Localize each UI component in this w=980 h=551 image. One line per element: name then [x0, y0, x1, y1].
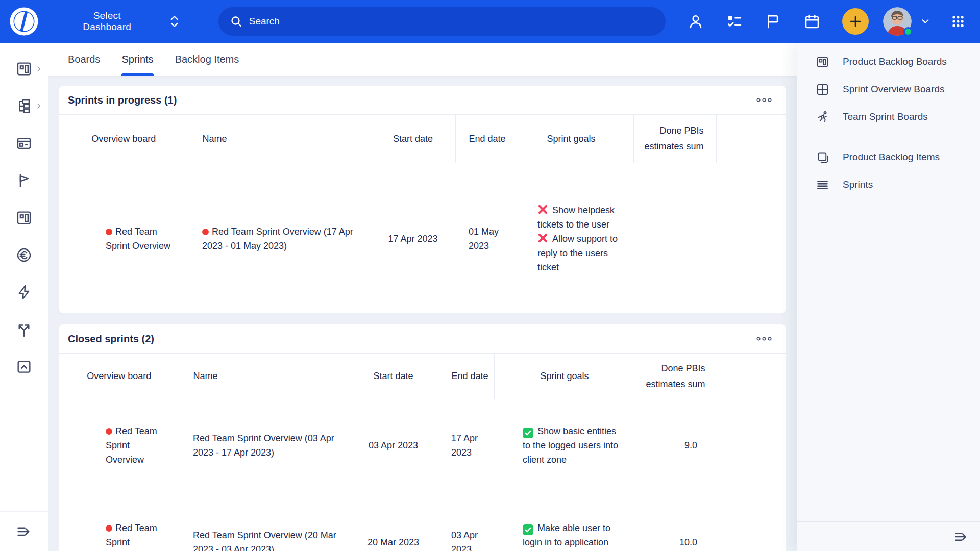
branch-split-icon: [15, 321, 33, 338]
panel-expand-button[interactable]: [942, 522, 980, 551]
tab-label: Backlog Items: [175, 54, 239, 65]
sprint-name: Red Team Sprint Overview (20 Mar 2023 - …: [193, 530, 336, 551]
flag-button[interactable]: [765, 13, 782, 30]
sidebar-item-goals[interactable]: [0, 162, 48, 199]
sprint-goal: Allow support to reply to the users tick…: [537, 232, 623, 274]
column-header: Start date: [349, 354, 438, 399]
panel-item-label: Sprint Overview Boards: [843, 84, 945, 95]
boards-icon: [15, 60, 33, 78]
search-icon: [230, 15, 243, 28]
table-header-row: Overview board Name Start date End date …: [59, 354, 786, 399]
done-sum-cell: [633, 163, 716, 314]
goal-text: Show basic entities to the logged users …: [523, 426, 618, 465]
left-sidebar: [0, 43, 48, 551]
table-header-row: Overview board Name Start date End date …: [59, 115, 786, 163]
tasks-button[interactable]: [726, 13, 743, 30]
calendar-button[interactable]: [803, 13, 821, 30]
closed-sprints-card: Closed sprints (2) Overview board Name S…: [58, 324, 787, 551]
panel-item-team-sprint-boards[interactable]: Team Sprint Boards: [797, 103, 980, 131]
sidebar-item-boards[interactable]: [0, 50, 48, 87]
chevron-right-icon: [35, 65, 42, 72]
expand-right-icon: [953, 529, 969, 545]
dashboard-selector-updown-icon: [168, 14, 180, 29]
team-color-dot: [106, 525, 112, 532]
cross-mark-icon: [537, 233, 548, 243]
start-date-cell: 03 Apr 2023: [349, 399, 438, 491]
search-input[interactable]: Search: [218, 7, 666, 36]
plus-icon: [849, 15, 862, 28]
calendar-icon: [804, 13, 820, 30]
team-color-dot: [202, 229, 209, 235]
chevron-down-icon: [920, 16, 931, 27]
navbar-actions: [666, 7, 980, 36]
apps-grid-button[interactable]: [949, 13, 967, 30]
team-color-dot: [106, 428, 112, 435]
sprint-goals-cell: Show basic entities to the logged users …: [494, 399, 635, 491]
avatar-menu-button[interactable]: [917, 13, 934, 30]
sidebar-item-boards-alt[interactable]: [0, 199, 48, 236]
goal-text: Allow support to reply to the users tick…: [537, 234, 618, 272]
column-header: Sprint goals: [509, 115, 633, 163]
column-header: End date: [438, 354, 494, 399]
check-mark-icon: [523, 524, 533, 535]
column-header: Overview board: [59, 354, 180, 399]
panel-item-sprint-overview-boards[interactable]: Sprint Overview Boards: [797, 76, 980, 103]
tab-boards[interactable]: Boards: [68, 43, 100, 76]
euro-circle-icon: [15, 246, 33, 264]
user-avatar[interactable]: [883, 7, 912, 36]
sidebar-item-automations[interactable]: [0, 273, 48, 311]
panel-item-label: Sprints: [843, 179, 873, 190]
window-card-icon: [15, 135, 33, 152]
sprint-goals-cell: Show helpdesk tickets to the user Allow …: [509, 163, 633, 314]
start-date-cell: 17 Apr 2023: [371, 163, 455, 314]
sidebar-item-cards[interactable]: [0, 124, 48, 162]
task-list-icon: [726, 13, 743, 30]
overview-board-name: Red Team Sprint Overview: [106, 426, 157, 465]
more-options-button[interactable]: [753, 333, 775, 344]
dashboard-selector-label: Select Dashboard: [69, 10, 145, 33]
flag-icon: [765, 13, 781, 30]
person-icon: [688, 13, 704, 30]
tab-backlog-items[interactable]: Backlog Items: [175, 43, 239, 76]
sidebar-item-workflow[interactable]: [0, 311, 48, 348]
box-chevron-up-icon: [15, 358, 33, 375]
done-sum-cell: 9.0: [635, 399, 718, 491]
panel-item-sprints[interactable]: Sprints: [797, 171, 980, 198]
more-options-icon: [755, 335, 773, 342]
dashboard-selector[interactable]: Select Dashboard: [69, 10, 181, 33]
sidebar-item-backlog-hierarchy[interactable]: [0, 87, 48, 124]
app-logo: [0, 0, 48, 43]
sprint-name-cell: Red Team Sprint Overview (03 Apr 2023 - …: [180, 399, 349, 491]
table-row[interactable]: Red Team Sprint Overview Red Team Sprint…: [59, 491, 786, 551]
panel-item-product-backlog-items[interactable]: Product Backlog Items: [797, 143, 980, 171]
add-button[interactable]: [842, 8, 869, 35]
sidebar-item-export[interactable]: [0, 348, 48, 385]
sidebar-item-finance[interactable]: [0, 236, 48, 273]
sidebar-expand-button[interactable]: [0, 511, 48, 551]
column-header: Done PBIs estimates sum: [633, 115, 716, 163]
panel-item-label: Product Backlog Items: [843, 152, 940, 163]
presence-indicator: [903, 27, 913, 36]
chevron-right-icon: [35, 103, 42, 110]
tab-sprints[interactable]: Sprints: [121, 43, 153, 76]
more-options-button[interactable]: [753, 94, 775, 106]
column-header: Start date: [371, 115, 455, 163]
column-header: Name: [180, 354, 349, 399]
table-row[interactable]: Red Team Sprint Overview Red Team Sprint…: [59, 399, 786, 491]
end-date-cell: 01 May 2023: [455, 163, 509, 314]
overview-board-name: Red Team Sprint Overview: [106, 227, 170, 251]
panel-item-label: Team Sprint Boards: [843, 111, 928, 122]
table-row[interactable]: Red Team Sprint Overview Red Team Sprint…: [59, 163, 786, 314]
panel-item-label: Product Backlog Boards: [843, 56, 947, 67]
hierarchy-icon: [15, 97, 33, 115]
panel-item-product-backlog-boards[interactable]: Product Backlog Boards: [797, 48, 980, 76]
profile-button[interactable]: [687, 13, 704, 30]
search-placeholder: Search: [249, 16, 280, 27]
column-header: Done PBIs estimates sum: [635, 354, 718, 399]
panel-divider: [807, 137, 975, 137]
sprint-name: Red Team Sprint Overview (03 Apr 2023 - …: [193, 433, 334, 458]
column-header: Sprint goals: [494, 354, 635, 399]
team-color-dot: [106, 229, 112, 235]
sprint-name: Red Team Sprint Overview (17 Apr 2023 - …: [202, 227, 353, 251]
sprint-goal: Show helpdesk tickets to the user: [537, 203, 623, 232]
